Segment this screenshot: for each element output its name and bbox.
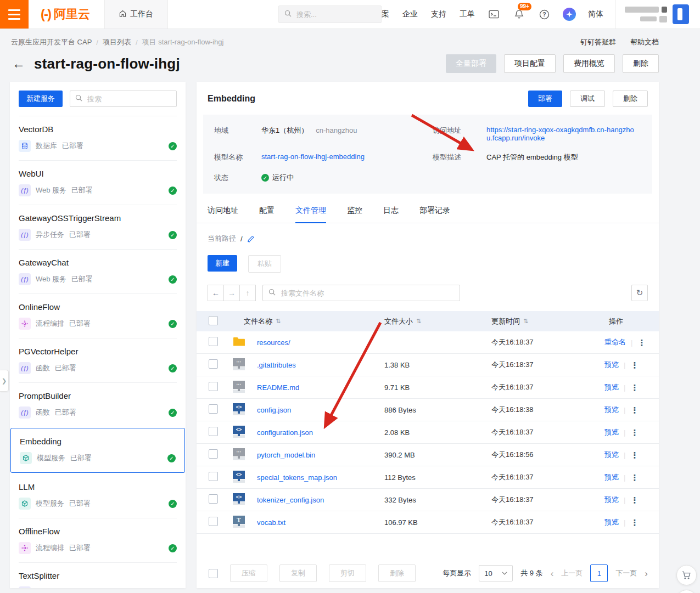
row-action-link[interactable]: 预览 <box>604 405 619 415</box>
cart-icon[interactable] <box>676 565 697 585</box>
more-actions-icon[interactable]: ⋮ <box>630 451 639 459</box>
help-icon[interactable]: ? <box>537 8 551 21</box>
row-checkbox[interactable] <box>209 449 218 459</box>
sidebar-item-textsplitter[interactable]: TextSplitter (ƒ) 函数 已部署 ✓ <box>10 563 186 588</box>
sidebar-item-gatewaychat[interactable]: GatewayChat (ƒ) Web 服务 已部署 ✓ <box>10 250 186 293</box>
tab-监控[interactable]: 监控 <box>347 206 362 223</box>
delete-service-button[interactable]: 删除 <box>613 91 648 107</box>
deploy-all-button[interactable]: 全量部署 <box>446 54 496 73</box>
service-search-input[interactable] <box>86 94 171 104</box>
model-name-link[interactable]: start-rag-on-flow-ihgj-embedding <box>261 153 433 161</box>
file-name-link[interactable]: resources/ <box>257 338 384 347</box>
tab-配置[interactable]: 配置 <box>259 206 275 223</box>
breadcrumb-item[interactable]: 项目列表 <box>103 37 131 47</box>
file-name-link[interactable]: .gitattributes <box>257 361 384 369</box>
sidebar-item-gatewayosstriggerstream[interactable]: GatewayOSSTriggerStream (ƒ) 异步任务 已部署 ✓ <box>10 205 186 249</box>
sidebar-item-llm[interactable]: LLM 模型服务 已部署 ✓ <box>10 474 186 518</box>
row-action-link[interactable]: 预览 <box>604 450 619 460</box>
row-checkbox[interactable] <box>209 359 218 369</box>
more-actions-icon[interactable]: ⋮ <box>630 361 639 369</box>
row-checkbox[interactable] <box>209 427 218 436</box>
breadcrumb-item[interactable]: 云原生应用开发平台 CAP <box>11 37 92 47</box>
current-page[interactable]: 1 <box>590 564 608 582</box>
help-doc-link[interactable]: 帮助文档 <box>630 37 659 47</box>
tab-部署记录[interactable]: 部署记录 <box>419 206 450 223</box>
row-action-link[interactable]: 预览 <box>604 472 619 482</box>
row-checkbox[interactable] <box>209 472 218 481</box>
ai-assistant-icon[interactable] <box>563 8 576 21</box>
more-actions-icon[interactable]: ⋮ <box>630 428 639 437</box>
user-account[interactable] <box>615 0 692 29</box>
sidebar-item-vectordb[interactable]: VectorDB 数据库 已部署 ✓ <box>10 116 186 160</box>
workbench-button[interactable]: 工作台 <box>104 0 168 29</box>
row-action-link[interactable]: 预览 <box>604 495 619 505</box>
more-actions-icon[interactable]: ⋮ <box>630 473 639 482</box>
panel-expand-handle[interactable]: ❯ <box>0 370 9 392</box>
file-search[interactable] <box>262 285 460 301</box>
row-checkbox[interactable] <box>209 382 218 391</box>
sidebar-item-offlineflow[interactable]: OfflineFlow 流程编排 已部署 ✓ <box>10 518 186 562</box>
language-switch[interactable]: 简体 <box>588 9 603 19</box>
select-all-checkbox[interactable] <box>209 316 218 325</box>
delete-project-button[interactable]: 删除 <box>623 54 659 73</box>
edit-path-icon[interactable] <box>247 235 254 242</box>
file-name-link[interactable]: special_tokens_map.json <box>257 473 384 482</box>
history-forward-button[interactable]: → <box>223 285 240 301</box>
batch-button-剪切[interactable]: 剪切 <box>329 564 366 582</box>
deploy-button[interactable]: 部署 <box>528 91 562 107</box>
batch-button-删除[interactable]: 删除 <box>378 564 416 582</box>
global-search-input[interactable] <box>295 10 363 19</box>
more-actions-icon[interactable]: ⋮ <box>630 383 639 392</box>
sidebar-item-pgvectorhelper[interactable]: PGVectorHelper (ƒ) 函数 已部署 ✓ <box>10 338 186 382</box>
row-checkbox[interactable] <box>209 337 218 346</box>
nav-link[interactable]: 企业 <box>402 9 418 19</box>
tab-访问地址[interactable]: 访问地址 <box>208 206 238 223</box>
cost-overview-button[interactable]: 费用概览 <box>563 54 615 73</box>
row-checkbox[interactable] <box>209 517 218 526</box>
endpoint-link[interactable]: https://start-ring-xqox-oxagkqdmfb.cn-ha… <box>486 126 652 142</box>
column-update-time[interactable]: 更新时间⇅ <box>491 317 601 326</box>
sidebar-item-promptbuilder[interactable]: PromptBuilder (ƒ) 函数 已部署 ✓ <box>10 383 186 427</box>
file-name-link[interactable]: tokenizer_config.json <box>257 496 384 504</box>
row-action-link[interactable]: 预览 <box>604 382 619 392</box>
prev-page-arrow-icon[interactable]: ‹ <box>551 569 554 578</box>
next-page-arrow-icon[interactable]: › <box>645 569 648 578</box>
page-size-select[interactable]: 10 <box>479 565 513 581</box>
nav-link[interactable]: 工单 <box>460 9 475 19</box>
history-back-button[interactable]: ← <box>208 285 224 301</box>
row-checkbox[interactable] <box>209 404 218 414</box>
back-arrow-icon[interactable]: ← <box>12 57 25 70</box>
prev-page-button[interactable]: 上一页 <box>561 568 583 578</box>
column-file-size[interactable]: 文件大小⇅ <box>384 317 491 326</box>
file-name-link[interactable]: pytorch_model.bin <box>257 451 384 459</box>
dingtalk-group-link[interactable]: 钉钉答疑群 <box>580 37 616 47</box>
column-file-name[interactable]: 文件名称⇅ <box>233 317 384 326</box>
sidebar-item-embedding[interactable]: Embedding 模型服务 已部署 ✓ <box>10 428 185 473</box>
hamburger-menu-icon[interactable] <box>0 0 29 29</box>
tab-文件管理[interactable]: 文件管理 <box>295 206 326 223</box>
global-search[interactable] <box>278 5 382 23</box>
sidebar-item-onlineflow[interactable]: OnlineFlow 流程编排 已部署 ✓ <box>10 294 186 338</box>
file-search-input[interactable] <box>280 289 454 298</box>
row-action-link[interactable]: 预览 <box>604 360 619 370</box>
row-action-link[interactable]: 重命名 <box>604 337 626 347</box>
nav-link[interactable]: 支持 <box>431 9 446 19</box>
row-checkbox[interactable] <box>209 494 218 504</box>
batch-button-复制[interactable]: 复制 <box>279 564 317 582</box>
aliyun-logo[interactable]: (-) 阿里云 <box>29 6 104 22</box>
more-actions-icon[interactable]: ⋮ <box>630 496 639 504</box>
new-service-button[interactable]: 新建服务 <box>19 91 63 107</box>
more-actions-icon[interactable]: ⋮ <box>630 518 639 527</box>
project-config-button[interactable]: 项目配置 <box>504 54 556 73</box>
file-name-link[interactable]: configuration.json <box>257 428 384 437</box>
file-name-link[interactable]: README.md <box>257 383 384 392</box>
service-search[interactable] <box>70 91 177 107</box>
row-action-link[interactable]: 预览 <box>604 427 619 437</box>
new-file-button[interactable]: 新建 <box>208 255 237 272</box>
batch-button-压缩[interactable]: 压缩 <box>230 564 267 582</box>
notification-bell-icon[interactable]: 99+ <box>512 8 525 21</box>
floating-button[interactable] <box>676 590 697 593</box>
file-name-link[interactable]: config.json <box>257 406 384 414</box>
terminal-icon[interactable] <box>487 8 500 21</box>
tab-日志[interactable]: 日志 <box>383 206 399 223</box>
